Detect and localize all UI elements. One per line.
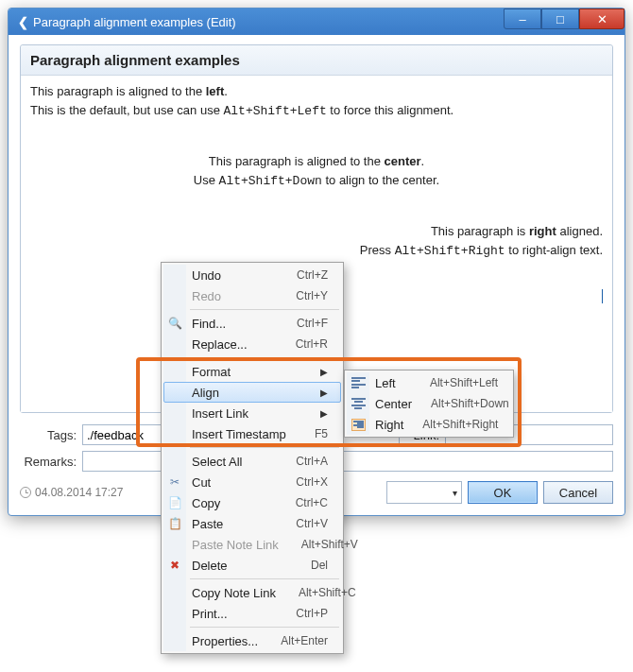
panel-title: Paragraph alignment examples: [21, 45, 612, 76]
menu-align-right[interactable]: RightAlt+Shift+Right: [347, 414, 511, 435]
chevron-right-icon: ▶: [320, 408, 328, 419]
menu-copy[interactable]: 📄 CopyCtrl+C: [163, 492, 341, 513]
menu-redo[interactable]: RedoCtrl+Y: [163, 285, 341, 306]
align-submenu[interactable]: LeftAlt+Shift+Left CenterAlt+Shift+Down …: [344, 370, 514, 438]
scissors-icon: ✂: [167, 474, 182, 490]
menu-delete[interactable]: ✖ DeleteDel: [163, 555, 341, 576]
search-icon: 🔍: [167, 316, 182, 331]
back-chevron-icon[interactable]: ❮: [14, 15, 31, 29]
align-center-icon: [351, 396, 366, 411]
delete-icon: ✖: [167, 558, 182, 573]
chevron-right-icon: ▶: [320, 388, 328, 398]
remarks-label: Remarks:: [20, 455, 77, 469]
menu-paste[interactable]: 📋 PasteCtrl+V: [163, 513, 341, 534]
menu-cut[interactable]: ✂ CutCtrl+X: [163, 472, 341, 492]
window-title: Paragraph alignment examples (Edit): [31, 15, 504, 29]
align-right-icon: [351, 417, 366, 432]
clock-icon: [20, 487, 31, 498]
timestamp: 04.08.2014 17:27: [20, 486, 123, 499]
menu-format[interactable]: Format▶: [163, 361, 341, 382]
menu-copy-note-link[interactable]: Copy Note LinkAlt+Shift+C: [163, 582, 341, 603]
ok-button[interactable]: OK: [468, 481, 538, 504]
menu-select-all[interactable]: Select AllCtrl+A: [163, 451, 341, 472]
menu-align[interactable]: Align▶: [163, 382, 341, 403]
menu-paste-note-link[interactable]: Paste Note LinkAlt+Shift+V: [163, 534, 341, 555]
menu-replace[interactable]: Replace...Ctrl+R: [163, 334, 341, 354]
menu-insert-link[interactable]: Insert Link▶: [163, 403, 341, 423]
menu-print[interactable]: Print...Ctrl+P: [163, 603, 341, 624]
footer-dropdown[interactable]: ▾: [386, 481, 462, 504]
tags-label: Tags:: [20, 428, 77, 442]
cancel-button[interactable]: Cancel: [543, 481, 613, 504]
context-menu[interactable]: UndoCtrl+Z RedoCtrl+Y 🔍 Find...Ctrl+F Re…: [161, 262, 344, 654]
close-button[interactable]: ✕: [579, 9, 624, 29]
menu-insert-timestamp[interactable]: Insert TimestampF5: [163, 423, 341, 444]
menu-properties[interactable]: Properties...Alt+Enter: [163, 630, 341, 651]
maximize-button[interactable]: □: [541, 9, 579, 29]
paste-icon: 📋: [167, 516, 182, 531]
titlebar[interactable]: ❮ Paragraph alignment examples (Edit) – …: [9, 9, 624, 35]
minimize-button[interactable]: –: [504, 9, 541, 29]
menu-align-center[interactable]: CenterAlt+Shift+Down: [347, 393, 511, 414]
menu-find[interactable]: 🔍 Find...Ctrl+F: [163, 313, 341, 334]
chevron-right-icon: ▶: [320, 367, 328, 377]
menu-align-left[interactable]: LeftAlt+Shift+Left: [347, 372, 511, 393]
chevron-down-icon: ▾: [453, 488, 457, 498]
menu-undo[interactable]: UndoCtrl+Z: [163, 265, 341, 285]
align-left-icon: [351, 375, 366, 390]
text-caret: [602, 289, 603, 303]
copy-icon: 📄: [167, 495, 182, 510]
